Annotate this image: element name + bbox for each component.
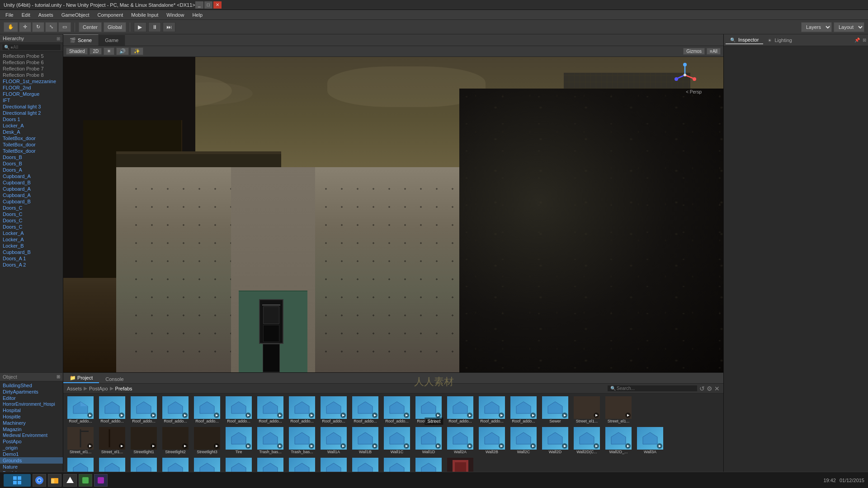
- tool-rect[interactable]: ▭: [58, 22, 71, 32]
- asset-wall2a[interactable]: ▶ Wall2A: [445, 426, 476, 455]
- asset-sewer[interactable]: ▶ Sewer: [540, 395, 571, 424]
- asset-roof7[interactable]: ▶ Roof_addo...: [255, 395, 286, 424]
- project-search-input[interactable]: [617, 386, 694, 391]
- hierarchy-item[interactable]: Desk_A: [0, 129, 63, 135]
- hierarchy-item[interactable]: FLOOR_1st_mezzanine: [0, 78, 63, 84]
- asset-roof9[interactable]: ▶ Roof_addo...: [318, 395, 349, 424]
- asset-wall3a2[interactable]: ▶ Wall3A...: [65, 457, 96, 472]
- object-item-magazin[interactable]: Magazin: [0, 426, 63, 432]
- hierarchy-item[interactable]: Doors_A: [0, 167, 63, 173]
- asset-roof15[interactable]: ▶ Roof_addo...: [508, 395, 539, 424]
- menu-mobileinput[interactable]: Mobile Input: [127, 11, 162, 19]
- hierarchy-item[interactable]: Reflection Probe 6: [0, 59, 63, 66]
- minimize-button[interactable]: _: [195, 1, 203, 9]
- breadcrumb-assets[interactable]: Assets: [67, 386, 82, 391]
- hierarchy-item[interactable]: Doors_A 2: [0, 262, 63, 268]
- inspector-maximize-icon[interactable]: ⊠: [863, 38, 866, 42]
- object-item-demo1[interactable]: Demo1: [0, 451, 63, 457]
- hierarchy-item[interactable]: Locker_A: [0, 230, 63, 236]
- hierarchy-item[interactable]: Cupboard_A: [0, 173, 63, 179]
- asset-street-el1d[interactable]: ▶ Street_el1...: [97, 426, 127, 455]
- asset-street-el1a[interactable]: ▶ Street_el1...: [571, 395, 602, 424]
- asset-streetlight2[interactable]: ▶ Streetlight2: [160, 426, 191, 455]
- asset-roof4[interactable]: ▶ Roof_addo...: [160, 395, 191, 424]
- object-item-particles[interactable]: Particles: [0, 470, 63, 472]
- asset-wall3a3[interactable]: ▶ Wall3A...: [97, 457, 127, 472]
- hierarchy-item[interactable]: Locker_A: [0, 236, 63, 243]
- asset-wall1c[interactable]: ▶ Wall1C: [382, 426, 412, 455]
- asset-wall2dc[interactable]: ▶ Wall2D(C...: [571, 426, 602, 455]
- hierarchy-item[interactable]: Cupboard_B: [0, 198, 63, 205]
- object-item-hospitle[interactable]: Hospitle: [0, 413, 63, 420]
- play-button[interactable]: ▶: [134, 22, 146, 32]
- shading-mode-btn[interactable]: Shaded: [66, 48, 88, 55]
- asset-street-el1b[interactable]: ▶ Street_el1...: [603, 395, 634, 424]
- asset-streetlight3[interactable]: ▶ Streetlight3: [192, 426, 222, 455]
- object-item-buildingshed[interactable]: BuildingShed: [0, 382, 63, 389]
- step-button[interactable]: ⏭: [163, 22, 175, 32]
- asset-wall5a[interactable]: ▶ Wall5A...: [192, 457, 222, 472]
- hierarchy-item[interactable]: Doors_C: [0, 217, 63, 224]
- object-item-origin[interactable]: _origin: [0, 445, 63, 451]
- object-item-horror[interactable]: HorrorEnvironment_Hospi: [0, 401, 63, 407]
- asset-roof3[interactable]: ▶ Roof_addo...: [128, 395, 159, 424]
- breadcrumb-prefabs[interactable]: Prefabs: [115, 386, 132, 391]
- asset-wall8a[interactable]: ▶ Wall8A...: [382, 457, 412, 472]
- taskbar-explorer-btn[interactable]: [48, 474, 61, 487]
- hierarchy-item[interactable]: Cupboard_A: [0, 186, 63, 192]
- inspector-pin-icon[interactable]: 📌: [854, 38, 860, 42]
- all-layers-btn[interactable]: ≡All: [707, 48, 721, 55]
- layers-dropdown[interactable]: Layers: [801, 22, 832, 32]
- asset-wall2d_[interactable]: ▶ Wall2D_...: [603, 426, 634, 455]
- tab-scene[interactable]: 🎬 Scene: [63, 34, 99, 46]
- 2d-button[interactable]: 2D: [90, 48, 102, 55]
- panel-tab-lighting[interactable]: ☀ Lighting: [763, 37, 797, 44]
- project-settings-btn[interactable]: ⚙: [707, 385, 712, 392]
- asset-roof8[interactable]: ▶ Roof_addo...: [287, 395, 317, 424]
- asset-wall6a[interactable]: ▶ Wall6A_Col...: [318, 457, 349, 472]
- asset-wall5c[interactable]: ▶ Wall5C...: [255, 457, 286, 472]
- tab-console[interactable]: Console: [99, 375, 130, 383]
- asset-roof13[interactable]: ▶ Roof_addo...: [445, 395, 476, 424]
- object-item-postapo[interactable]: PostApo: [0, 438, 63, 445]
- hierarchy-item[interactable]: Doors_B: [0, 160, 63, 167]
- hierarchy-item[interactable]: FLOOR_2nd: [0, 84, 63, 91]
- center-button[interactable]: Center: [79, 22, 102, 32]
- menu-component[interactable]: Component: [94, 11, 127, 19]
- scene-fx-btn[interactable]: ✨: [131, 47, 143, 55]
- hierarchy-item[interactable]: ToiletBox_door: [0, 148, 63, 154]
- hierarchy-item[interactable]: Doors 1: [0, 116, 63, 122]
- asset-wall3d[interactable]: ▶ Wall3D...: [128, 457, 159, 472]
- asset-wall2c[interactable]: ▶ Wall2C: [508, 426, 539, 455]
- hierarchy-item[interactable]: Directional light 3: [0, 103, 63, 110]
- asset-street-el1c[interactable]: ▶ Street_el1...: [65, 426, 96, 455]
- tool-hand[interactable]: ✋: [4, 22, 18, 32]
- asset-wall3a[interactable]: ▶ Wall3A: [635, 426, 665, 455]
- maximize-button[interactable]: □: [204, 1, 212, 9]
- menu-file[interactable]: File: [2, 11, 17, 19]
- object-item-editor[interactable]: Editor: [0, 395, 63, 401]
- asset-wall1d[interactable]: ▶ Wall1D: [413, 426, 444, 455]
- hierarchy-item[interactable]: Doors_A 1: [0, 255, 63, 262]
- asset-wall1b[interactable]: ▶ Wall1B: [350, 426, 381, 455]
- asset-roof11[interactable]: ▶ Roof_addo...: [382, 395, 412, 424]
- hierarchy-item[interactable]: Doors_C: [0, 211, 63, 217]
- menu-assets[interactable]: Assets: [35, 11, 57, 19]
- object-item-dirtyapartments[interactable]: DirtyApartments: [0, 389, 63, 395]
- breadcrumb-postapo[interactable]: PostApo: [89, 386, 108, 391]
- menu-help[interactable]: Help: [189, 11, 206, 19]
- hierarchy-item[interactable]: ToiletBox_door: [0, 141, 63, 148]
- hierarchy-item[interactable]: Cupboard_B: [0, 179, 63, 186]
- asset-trash1[interactable]: ▶ Trash_bas...: [255, 426, 286, 455]
- asset-streetlight1[interactable]: ▶ Streetlight1: [128, 426, 159, 455]
- pin-icon[interactable]: ⊞: [57, 36, 60, 41]
- hierarchy-item[interactable]: Cupboard_A: [0, 192, 63, 198]
- asset-roof10[interactable]: ▶ Roof_addo...: [350, 395, 381, 424]
- asset-wall2d[interactable]: ▶ Wall2D: [540, 426, 571, 455]
- menu-gameobject[interactable]: GameObject: [58, 11, 93, 19]
- project-close-btn[interactable]: ✕: [714, 385, 720, 392]
- asset-wall1a[interactable]: ▶ Wall1A: [318, 426, 349, 455]
- object-item-nature[interactable]: Nature: [0, 464, 63, 470]
- layout-dropdown[interactable]: Layout: [834, 22, 864, 32]
- global-button[interactable]: Global: [104, 22, 126, 32]
